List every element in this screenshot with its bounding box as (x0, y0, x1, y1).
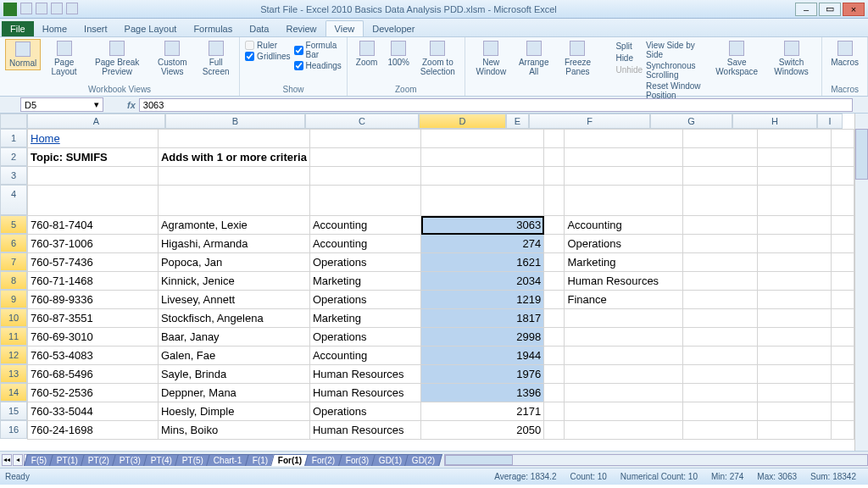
zoom-selection-button[interactable]: Zoom to Selection (416, 39, 459, 78)
cell[interactable]: Operations (309, 253, 420, 272)
row-header-14[interactable]: 14 (0, 383, 27, 402)
cell[interactable] (758, 384, 832, 402)
cell[interactable] (565, 402, 682, 421)
vertical-scrollbar[interactable] (854, 114, 868, 451)
page-break-button[interactable]: Page Break Preview (87, 39, 147, 78)
col-header-B[interactable]: B (165, 114, 305, 129)
cell[interactable]: Livesey, Annett (158, 291, 309, 309)
quick-access-toolbar[interactable] (20, 3, 78, 14)
cell[interactable]: 760-24-1698 (28, 421, 159, 440)
cell[interactable] (565, 384, 682, 402)
cell[interactable] (832, 347, 854, 365)
cell[interactable] (565, 347, 682, 365)
cell[interactable]: Home (28, 130, 159, 148)
cell[interactable] (832, 186, 854, 216)
cell[interactable]: Kinnick, Jenice (158, 272, 309, 291)
select-all-corner[interactable] (0, 114, 27, 129)
cell[interactable] (544, 421, 565, 440)
cell[interactable]: 2050 (421, 421, 544, 440)
cell[interactable] (565, 365, 682, 384)
cell[interactable] (544, 365, 565, 384)
cell[interactable] (758, 309, 832, 328)
cell[interactable]: 760-68-5496 (28, 365, 159, 384)
cell[interactable]: Hours worked Last Year (421, 186, 544, 216)
cell[interactable] (544, 347, 565, 365)
freeze-panes-button[interactable]: Freeze Panes (555, 39, 599, 78)
cell[interactable] (682, 167, 758, 186)
cell[interactable]: Adds with 1 or more criteria (158, 148, 309, 167)
cell[interactable]: Galen, Fae (158, 347, 309, 365)
tab-page-layout[interactable]: Page Layout (116, 21, 186, 36)
row-header-15[interactable]: 15 (0, 402, 27, 420)
cell[interactable]: 274 (421, 235, 544, 253)
tab-data[interactable]: Data (241, 21, 277, 36)
gridlines-checkbox[interactable]: Gridlines (245, 52, 290, 61)
cell[interactable] (758, 148, 832, 167)
cell[interactable]: Popoca, Jan (158, 253, 309, 272)
arrange-all-button[interactable]: Arrange All (515, 39, 553, 78)
cell[interactable]: 760-87-3551 (28, 309, 159, 328)
cell[interactable]: 1621 (421, 253, 544, 272)
cell[interactable] (544, 167, 565, 186)
fx-icon[interactable]: fx (127, 100, 136, 110)
cell[interactable] (758, 347, 832, 365)
cell[interactable] (682, 253, 758, 272)
cell[interactable] (682, 384, 758, 402)
sheet-tab-GD(2)[interactable]: GD(2) (404, 454, 442, 466)
unhide-button[interactable]: Unhide (603, 64, 643, 75)
cell[interactable] (309, 148, 420, 167)
cell[interactable] (832, 148, 854, 167)
cell[interactable]: Operations (309, 291, 420, 309)
cell[interactable]: 760-71-1468 (28, 272, 159, 291)
cell[interactable] (832, 235, 854, 253)
cell[interactable]: Finance (565, 291, 682, 309)
row-header-16[interactable]: 16 (0, 420, 27, 439)
close-button[interactable]: × (843, 3, 865, 16)
page-layout-button[interactable]: Page Layout (44, 39, 84, 78)
col-header-D[interactable]: D (419, 114, 506, 129)
cell[interactable] (682, 328, 758, 347)
cell[interactable] (758, 216, 832, 235)
headings-checkbox[interactable]: Headings (294, 61, 342, 70)
cell[interactable]: Higashi, Armanda (158, 235, 309, 253)
cell[interactable]: Operations (565, 235, 682, 253)
cell[interactable] (682, 272, 758, 291)
cell[interactable]: Accounting (309, 216, 420, 235)
cell[interactable] (544, 328, 565, 347)
tab-formulas[interactable]: Formulas (185, 21, 241, 36)
sheet-tab-Chart-1[interactable]: Chart-1 (206, 454, 249, 466)
tab-home[interactable]: Home (34, 21, 75, 36)
cell[interactable] (758, 365, 832, 384)
sheet-tab-For(3)[interactable]: For(3) (338, 454, 376, 466)
cell[interactable] (758, 186, 832, 216)
cell[interactable] (832, 216, 854, 235)
cell[interactable] (832, 421, 854, 440)
cell[interactable] (309, 130, 420, 148)
cell[interactable]: Baar, Janay (158, 328, 309, 347)
custom-views-button[interactable]: Custom Views (150, 39, 194, 78)
cell[interactable]: Employee (158, 186, 309, 216)
cell[interactable]: 760-57-7436 (28, 253, 159, 272)
row-header-3[interactable]: 3 (0, 166, 27, 185)
cell[interactable]: ID (28, 186, 159, 216)
cell[interactable] (158, 130, 309, 148)
cell[interactable]: 2034 (421, 272, 544, 291)
tab-nav-prev[interactable]: ◂ (13, 454, 23, 466)
row-header-11[interactable]: 11 (0, 327, 27, 346)
cell[interactable] (544, 130, 565, 148)
cell[interactable]: Operations (309, 328, 420, 347)
new-window-button[interactable]: New Window (470, 39, 512, 78)
tab-review[interactable]: Review (277, 21, 325, 36)
cell[interactable]: Operations (309, 402, 420, 421)
sheet-tab-For(2)[interactable]: For(2) (305, 454, 343, 466)
col-header-I[interactable]: I (817, 114, 843, 129)
row-header-12[interactable]: 12 (0, 346, 27, 364)
cell[interactable] (544, 186, 565, 216)
cell[interactable]: Human Resources (309, 384, 420, 402)
tab-view[interactable]: View (326, 20, 364, 36)
cell[interactable]: 760-81-7404 (28, 216, 159, 235)
cell[interactable]: 1396 (421, 384, 544, 402)
col-header-A[interactable]: A (27, 114, 165, 129)
cell[interactable] (832, 167, 854, 186)
cell[interactable] (565, 130, 682, 148)
